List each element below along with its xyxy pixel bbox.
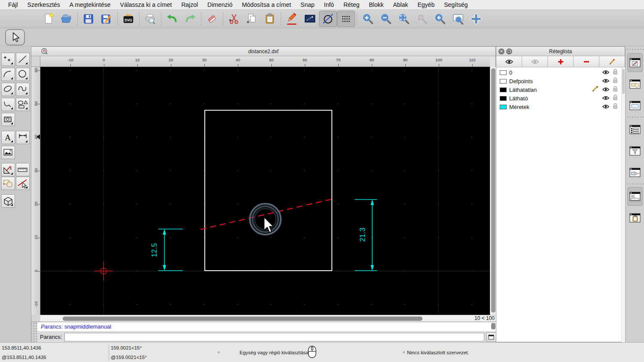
save-button[interactable]	[79, 11, 97, 27]
layer-visibility-icon[interactable]	[602, 94, 609, 102]
lines-tool-button[interactable]	[16, 53, 30, 66]
dimensions-tool-button[interactable]	[16, 131, 30, 144]
layer-lock-icon[interactable]	[613, 86, 618, 94]
layer-row-defpoints[interactable]: Defpoints	[496, 77, 621, 85]
zoom-in-button[interactable]	[359, 11, 377, 27]
filter-dock-button[interactable]	[627, 142, 643, 160]
dimension-right[interactable]: 21.3	[355, 199, 377, 271]
rectangle-entity[interactable]	[205, 110, 332, 271]
zoom-out-button[interactable]	[377, 11, 395, 27]
detach-command-window-button[interactable]	[486, 332, 496, 342]
add-layer-button[interactable]	[548, 56, 574, 67]
layer-row-meretek[interactable]: Méretek	[496, 103, 621, 111]
layer-color-swatch[interactable]	[500, 96, 507, 101]
clipboard-dock-button[interactable]	[627, 208, 643, 227]
layer-row-lathato[interactable]: Látható	[496, 94, 621, 103]
modify-tool-button[interactable]	[1, 177, 15, 190]
canvas-vertical-scrollbar[interactable]	[490, 67, 496, 315]
selection-list-dock-button[interactable]	[627, 120, 643, 139]
layer-color-swatch[interactable]	[500, 87, 507, 92]
images-tool-button[interactable]	[1, 146, 15, 159]
layer-visibility-icon[interactable]	[602, 69, 609, 76]
menu-snap[interactable]: Snap	[296, 1, 319, 8]
selection-window-button[interactable]	[301, 11, 319, 27]
horizontal-scroll-thumb[interactable]	[63, 317, 422, 321]
pan-button[interactable]	[467, 11, 485, 27]
snap-restriction-button[interactable]	[16, 177, 30, 190]
undo-button[interactable]	[163, 11, 181, 27]
svg-export-button[interactable]: SVG	[119, 11, 137, 27]
delete-button[interactable]	[203, 11, 221, 27]
measure-tool-button[interactable]	[16, 163, 30, 176]
previous-view-button[interactable]	[431, 11, 449, 27]
menu-file[interactable]: Fájl	[3, 1, 23, 8]
view-dock-button[interactable]	[627, 163, 643, 182]
hatches-tool-button[interactable]	[1, 113, 15, 126]
layer-scroll-thumb[interactable]	[622, 69, 625, 94]
menu-edit[interactable]: Szerkesztés	[23, 1, 65, 8]
menu-dimension[interactable]: Dimenzió	[203, 1, 237, 8]
window-zoom-button[interactable]	[449, 11, 467, 27]
splines-tool-button[interactable]	[16, 83, 30, 96]
drawing-canvas[interactable]: 12.5 21.3	[40, 67, 490, 315]
dimension-left[interactable]: 12.5	[151, 229, 183, 271]
menu-view[interactable]: A megtekintése	[65, 1, 115, 8]
close-panel-button[interactable]: ✕	[498, 48, 504, 54]
layer-visibility-icon[interactable]	[602, 77, 609, 85]
hide-all-layers-button[interactable]	[522, 56, 548, 67]
detach-panel-button[interactable]: ❐	[506, 48, 512, 54]
layer-color-swatch[interactable]	[500, 79, 507, 84]
show-all-layers-button[interactable]	[496, 56, 522, 67]
cut-button[interactable]	[225, 11, 243, 27]
property-editor-dock-button[interactable]	[627, 96, 643, 115]
print-preview-button[interactable]	[141, 11, 159, 27]
layer-list-scrollbar[interactable]	[621, 67, 625, 342]
circle-line-button[interactable]	[319, 11, 337, 27]
layer-lock-icon[interactable]	[613, 94, 618, 102]
menu-select[interactable]: Válassza ki a címet	[115, 1, 177, 8]
polylines-tool-button[interactable]	[1, 98, 15, 111]
menu-help[interactable]: Segítség	[439, 1, 472, 8]
command-input[interactable]	[64, 333, 484, 341]
menu-window[interactable]: Ablak	[388, 1, 413, 8]
menu-info[interactable]: Infó	[319, 1, 339, 8]
layer-color-swatch[interactable]	[500, 70, 507, 75]
save-as-button[interactable]	[97, 11, 115, 27]
layer-lock-icon[interactable]	[613, 77, 618, 85]
menu-misc[interactable]: Egyéb	[413, 1, 440, 8]
layer-lock-icon[interactable]	[613, 103, 618, 111]
selection-pointer-button[interactable]	[5, 29, 25, 45]
vertical-scroll-thumb[interactable]	[491, 68, 495, 313]
menu-block[interactable]: Blokk	[364, 1, 388, 8]
canvas-horizontal-scrollbar[interactable]	[40, 315, 465, 322]
menu-draw[interactable]: Rajzol	[176, 1, 203, 8]
layer-row-0[interactable]: 0	[496, 68, 621, 77]
layer-row-lathatatlan[interactable]: Láthatatlan	[496, 85, 621, 94]
layer-visibility-icon[interactable]	[602, 103, 609, 111]
edit-layer-button[interactable]	[599, 56, 625, 67]
arcs-tool-button[interactable]	[1, 68, 15, 81]
ellipses-tool-button[interactable]	[1, 83, 15, 96]
remove-layer-button[interactable]	[574, 56, 599, 67]
shapes-tool-button[interactable]	[16, 98, 30, 111]
command-line-dock-button[interactable]	[627, 187, 643, 206]
paste-button[interactable]	[261, 11, 279, 27]
layer-visibility-icon[interactable]	[602, 86, 609, 94]
points-tool-button[interactable]	[1, 53, 15, 66]
layer-list-dock-button[interactable]	[627, 53, 643, 72]
menu-modify[interactable]: Módosítsa a címet	[237, 1, 295, 8]
auto-zoom-button[interactable]	[395, 11, 413, 27]
copy-button[interactable]	[243, 11, 261, 27]
command-dock-handle[interactable]	[31, 322, 37, 343]
menu-layer[interactable]: Réteg	[339, 1, 364, 8]
cad-tools-button[interactable]	[1, 163, 15, 176]
circles-tool-button[interactable]	[16, 68, 30, 81]
new-file-button[interactable]	[39, 11, 58, 27]
redo-button[interactable]	[181, 11, 199, 27]
command-history-scroll-thumb[interactable]	[491, 323, 495, 329]
zoom-selection-button[interactable]	[413, 11, 431, 27]
layer-lock-icon[interactable]	[613, 69, 618, 76]
box-3d-tool-button[interactable]	[1, 194, 15, 208]
open-file-button[interactable]	[58, 11, 76, 27]
drawing-window-titlebar[interactable]: distance2.dxf	[31, 47, 495, 56]
